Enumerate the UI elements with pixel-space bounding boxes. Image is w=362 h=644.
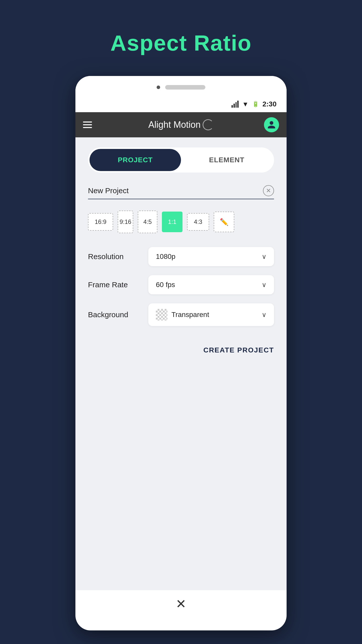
notch-bar bbox=[165, 85, 205, 90]
resolution-label: Resolution bbox=[88, 252, 148, 261]
main-content: PROJECT ELEMENT ✕ 16:9 9:16 4:5 1:1 4:3 … bbox=[75, 137, 287, 590]
frame-rate-value: 60 fps bbox=[156, 281, 175, 289]
tab-project[interactable]: PROJECT bbox=[89, 149, 181, 171]
create-project-button[interactable]: CREATE PROJECT bbox=[203, 341, 274, 359]
tab-switcher: PROJECT ELEMENT bbox=[88, 147, 274, 173]
background-value: Transparent bbox=[171, 311, 209, 319]
resolution-chevron-icon: ∨ bbox=[262, 253, 266, 261]
aspect-ratio-row: 16:9 9:16 4:5 1:1 4:3 ✏️ bbox=[88, 211, 274, 233]
ratio-9-16-button[interactable]: 9:16 bbox=[118, 211, 133, 233]
text-input-row: ✕ bbox=[88, 185, 274, 199]
user-avatar-button[interactable] bbox=[264, 117, 279, 132]
status-time: 2:30 bbox=[262, 100, 277, 108]
ratio-4-3-button[interactable]: 4:3 bbox=[187, 213, 209, 231]
create-project-row: CREATE PROJECT bbox=[88, 341, 274, 359]
status-icons: ▼ 🔋 2:30 bbox=[232, 100, 277, 108]
page-title-text: Aspect Ratio bbox=[110, 30, 252, 56]
frame-rate-row: Frame Rate 60 fps ∨ bbox=[88, 275, 274, 294]
project-name-input-group: ✕ bbox=[88, 185, 274, 199]
background-chevron-icon: ∨ bbox=[262, 311, 266, 319]
battery-icon: 🔋 bbox=[252, 101, 259, 107]
app-header: Alight Motion bbox=[75, 112, 287, 137]
phone-notch bbox=[75, 76, 287, 96]
ratio-16-9-button[interactable]: 16:9 bbox=[88, 213, 113, 231]
close-button[interactable]: ✕ bbox=[176, 598, 186, 610]
ratio-1-1-button[interactable]: 1:1 bbox=[162, 212, 183, 232]
background-select-inner: Transparent bbox=[156, 309, 209, 320]
close-button-row: ✕ bbox=[75, 598, 287, 615]
app-title-text: Alight Motion bbox=[148, 119, 201, 130]
background-label: Background bbox=[88, 310, 148, 319]
frame-rate-label: Frame Rate bbox=[88, 280, 148, 289]
user-icon bbox=[267, 120, 276, 129]
frame-rate-chevron-icon: ∨ bbox=[262, 281, 266, 289]
project-name-input[interactable] bbox=[88, 186, 263, 195]
ratio-custom-button[interactable]: ✏️ bbox=[214, 212, 234, 232]
status-bar: ▼ 🔋 2:30 bbox=[75, 96, 287, 112]
tab-element[interactable]: ELEMENT bbox=[181, 149, 273, 171]
wifi-icon: ▼ bbox=[242, 100, 249, 108]
ratio-4-5-button[interactable]: 4:5 bbox=[138, 211, 157, 233]
phone-frame: ▼ 🔋 2:30 Alight Motion PROJECT ELEMENT bbox=[75, 76, 287, 630]
background-dropdown[interactable]: Transparent ∨ bbox=[148, 303, 274, 326]
clear-button[interactable]: ✕ bbox=[263, 185, 274, 196]
app-title: Alight Motion bbox=[148, 119, 214, 130]
resolution-value: 1080p bbox=[156, 253, 175, 261]
menu-button[interactable] bbox=[83, 122, 92, 128]
resolution-dropdown[interactable]: 1080p ∨ bbox=[148, 247, 274, 266]
signal-icon bbox=[232, 101, 239, 108]
frame-rate-dropdown[interactable]: 60 fps ∨ bbox=[148, 275, 274, 294]
checkerboard-icon bbox=[156, 309, 167, 320]
resolution-row: Resolution 1080p ∨ bbox=[88, 247, 274, 266]
motion-icon bbox=[203, 119, 214, 130]
notch-dot bbox=[157, 86, 160, 89]
background-row: Background Transparent ∨ bbox=[88, 303, 274, 326]
